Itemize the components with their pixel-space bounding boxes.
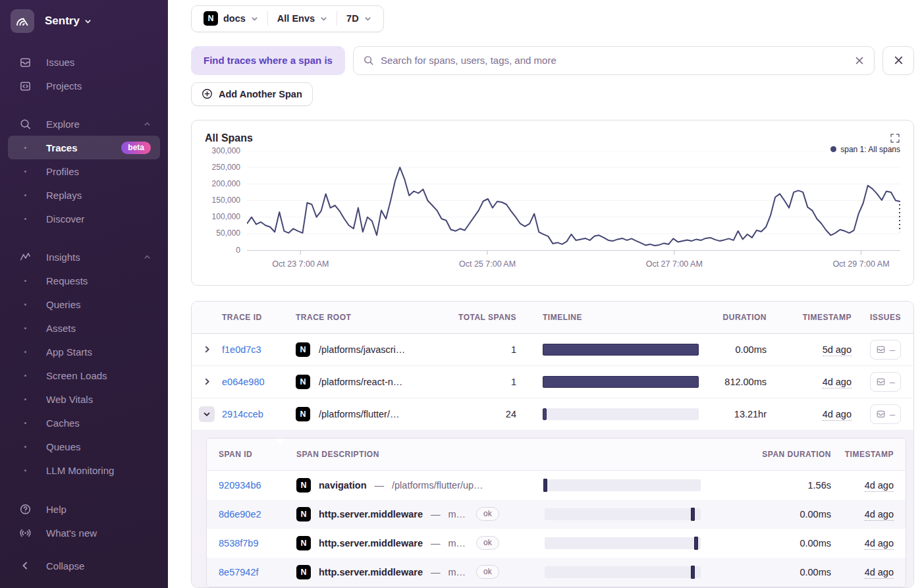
sidebar-item-caches[interactable]: Caches: [8, 411, 160, 435]
sidebar-item-label: Profiles: [46, 166, 79, 177]
bullet-icon: [17, 398, 33, 400]
span-duration-value: 1.56s: [709, 480, 831, 491]
collapse-trace-button[interactable]: [199, 406, 215, 422]
trace-id-link[interactable]: 2914cceb: [222, 409, 263, 419]
column-header[interactable]: TIMESTAMP: [772, 313, 857, 322]
span-description-label: /platforms/flutter/up…: [392, 480, 483, 491]
date-range-label: 7D: [346, 13, 359, 24]
expand-chart-button[interactable]: [890, 133, 900, 144]
span-id-link[interactable]: 8538f7b9: [219, 538, 258, 548]
org-switcher[interactable]: Sentry: [0, 0, 168, 40]
sidebar-item-insights[interactable]: Insights: [8, 245, 160, 269]
project-selector[interactable]: N docs: [194, 11, 267, 26]
sidebar-item-label: Assets: [46, 323, 76, 334]
timestamp-link[interactable]: 4d ago: [823, 409, 852, 421]
column-header[interactable]: TRACE ROOT: [296, 313, 455, 322]
sidebar-item-explore[interactable]: Explore: [8, 112, 160, 136]
sidebar-item-screen-loads[interactable]: Screen Loads: [8, 363, 160, 387]
column-header[interactable]: TRACE ID: [222, 313, 296, 322]
sidebar-item-traces[interactable]: Tracesbeta: [8, 136, 160, 159]
span-row: 8d6e90e2Nhttp.server.middleware—m…ok0.00…: [207, 500, 906, 529]
column-header[interactable]: SPAN ID: [207, 450, 296, 459]
column-header[interactable]: ISSUES: [857, 313, 913, 322]
span-duration-value: 0.00ms: [709, 509, 831, 520]
sidebar-collapse-button[interactable]: Collapse: [8, 554, 160, 577]
sidebar-item-label: LLM Monitoring: [46, 465, 114, 476]
span-timeline-tick: [691, 566, 695, 579]
bullet-icon: [17, 218, 33, 220]
timeline-track: [543, 408, 699, 420]
span-id-link[interactable]: 8d6e90e2: [219, 509, 261, 520]
sidebar-item-label: Screen Loads: [46, 370, 107, 381]
y-tick-label: 300,000: [212, 146, 240, 155]
duration-value: 0.00ms: [709, 344, 772, 355]
sidebar-item-profiles[interactable]: Profiles: [8, 159, 160, 183]
column-header[interactable]: TIMELINE: [522, 313, 709, 322]
trace-id-link[interactable]: e064e980: [222, 377, 265, 387]
environment-selector[interactable]: All Envs: [268, 13, 337, 24]
timestamp-link[interactable]: 4d ago: [865, 480, 894, 492]
span-op-label: http.server.middleware: [319, 567, 423, 577]
sidebar-item-issues[interactable]: Issues: [8, 50, 160, 74]
chart-legend[interactable]: span 1: All spans: [827, 145, 900, 154]
span-op-label: http.server.middleware: [319, 509, 423, 520]
span-id-link[interactable]: 920934b6: [219, 480, 261, 491]
sidebar-item-replays[interactable]: Replays: [8, 183, 160, 207]
sidebar-item-help[interactable]: Help: [8, 497, 160, 521]
y-tick-label: 50,000: [216, 228, 240, 238]
sidebar-item-discover[interactable]: Discover: [8, 207, 160, 230]
total-spans-value: 1: [455, 377, 522, 387]
total-spans-value: 1: [455, 344, 522, 355]
remove-span-filter-button[interactable]: [882, 46, 914, 75]
org-name: Sentry: [45, 14, 80, 28]
nextjs-platform-icon: N: [296, 407, 310, 421]
chevron-right-icon[interactable]: [203, 345, 211, 354]
column-header[interactable]: SPAN DURATION: [709, 450, 831, 459]
sidebar-item-label: Requests: [46, 275, 88, 286]
sidebar-item-llm-monitoring[interactable]: LLM Monitoring: [8, 458, 160, 482]
sidebar-item-label: Collapse: [46, 560, 84, 572]
timestamp-link[interactable]: 4d ago: [865, 509, 894, 521]
y-tick-label: 250,000: [212, 163, 240, 172]
sidebar-item-label: Web Vitals: [46, 394, 93, 405]
timestamp-link[interactable]: 4d ago: [865, 567, 894, 579]
span-search-input[interactable]: [381, 55, 848, 66]
timestamp-link[interactable]: 4d ago: [823, 377, 852, 388]
column-header[interactable]: TOTAL SPANS: [455, 313, 522, 322]
sidebar-item-app-starts[interactable]: App Starts: [8, 340, 160, 363]
sidebar-item-queries[interactable]: Queries: [8, 292, 160, 316]
chevron-down-icon: [364, 15, 371, 22]
column-header[interactable]: SPAN DESCRIPTION: [296, 450, 545, 459]
sidebar-item-queues[interactable]: Queues: [8, 435, 160, 458]
find-traces-chip[interactable]: Find traces where a span is: [191, 46, 345, 75]
sidebar-item-assets[interactable]: Assets: [8, 316, 160, 340]
issues-button[interactable]: –: [870, 404, 901, 424]
add-another-span-button[interactable]: Add Another Span: [191, 82, 313, 106]
span-id-link[interactable]: 8e57942f: [219, 567, 258, 577]
column-header[interactable]: DURATION: [709, 313, 772, 322]
sidebar-item-label: Explore: [46, 119, 80, 130]
chevron-right-icon[interactable]: [203, 377, 211, 386]
trace-id-link[interactable]: f1e0d7c3: [222, 344, 261, 355]
trace-row: e064e980N/platforms/react-n…1812.00ms4d …: [192, 366, 913, 398]
trace-row: 2914ccebN/platforms/flutter/…2413.21hr4d…: [192, 398, 913, 431]
span-op-label: navigation: [319, 480, 367, 491]
issues-button[interactable]: –: [870, 372, 901, 392]
issues-count: –: [890, 409, 895, 419]
date-range-selector[interactable]: 7D: [337, 13, 381, 24]
x-tick-label: Oct 27 7:00 AM: [646, 259, 703, 269]
column-header[interactable]: TIMESTAMP: [831, 450, 906, 459]
y-tick-label: 150,000: [212, 196, 240, 205]
sidebar-item-what-s-new[interactable]: What's new: [8, 521, 160, 545]
sidebar-item-web-vitals[interactable]: Web Vitals: [8, 387, 160, 411]
sidebar-item-projects[interactable]: Projects: [8, 74, 160, 97]
timestamp-link[interactable]: 5d ago: [823, 344, 852, 356]
status-badge: ok: [476, 565, 499, 579]
sidebar-item-requests[interactable]: Requests: [8, 269, 160, 292]
issues-button[interactable]: –: [870, 340, 901, 360]
project-selector-label: docs: [223, 13, 246, 24]
sidebar: Sentry IssuesProjectsExploreTracesbetaPr…: [0, 0, 168, 588]
clear-search-button[interactable]: [854, 55, 865, 66]
timestamp-link[interactable]: 4d ago: [865, 538, 894, 550]
span-timeline-tick: [694, 537, 698, 550]
